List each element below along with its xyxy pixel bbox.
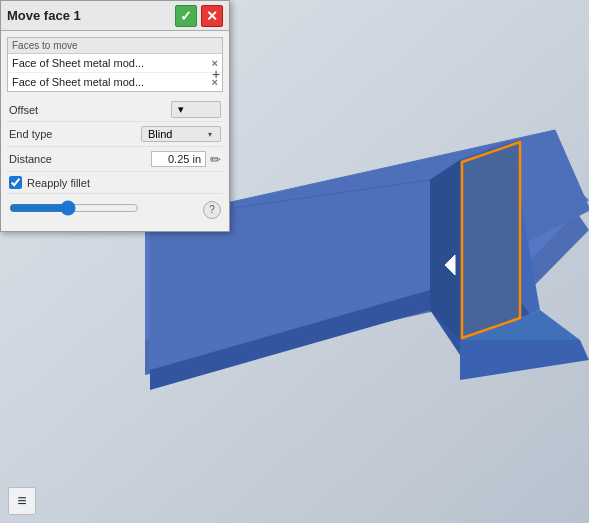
distance-value-container: 0.25 in ✏ <box>151 151 221 167</box>
offset-dropdown-arrow: ▾ <box>178 103 184 116</box>
add-icon: + <box>212 66 220 82</box>
distance-row: Distance 0.25 in ✏ <box>7 147 223 172</box>
slider[interactable] <box>9 200 139 216</box>
end-type-arrow: ▾ <box>208 130 212 139</box>
faces-section-label: Faces to move <box>8 38 222 54</box>
accept-button[interactable]: ✓ <box>175 5 197 27</box>
reapply-fillet-label: Reapply fillet <box>27 177 90 189</box>
face-item-2-text: Face of Sheet metal mod... <box>12 76 144 88</box>
help-button[interactable]: ? <box>203 201 221 219</box>
face-item-2[interactable]: Face of Sheet metal mod... × <box>8 73 222 91</box>
cancel-button[interactable]: ✕ <box>201 5 223 27</box>
offset-row: Offset ▾ <box>7 98 223 122</box>
reapply-fillet-checkbox[interactable] <box>9 176 22 189</box>
end-type-label: End type <box>9 128 141 140</box>
reapply-fillet-row: Reapply fillet <box>7 172 223 194</box>
add-face-button[interactable]: + <box>207 65 225 83</box>
face-item-1-text: Face of Sheet metal mod... <box>12 57 144 69</box>
distance-value[interactable]: 0.25 in <box>151 151 206 167</box>
end-type-dropdown[interactable]: Blind ▾ <box>141 126 221 142</box>
svg-marker-12 <box>462 142 520 338</box>
faces-to-move-section: Faces to move Face of Sheet metal mod...… <box>7 37 223 92</box>
slider-row: ? <box>7 194 223 223</box>
move-face-panel: Move face 1 ✓ ✕ Faces to move Face of Sh… <box>0 0 230 232</box>
panel-title: Move face 1 <box>7 8 81 23</box>
panel-header: Move face 1 ✓ ✕ <box>1 1 229 31</box>
panel-body: Faces to move Face of Sheet metal mod...… <box>1 31 229 231</box>
header-buttons: ✓ ✕ <box>175 5 223 27</box>
end-type-value: Blind <box>148 128 172 140</box>
svg-marker-9 <box>430 160 460 340</box>
end-type-value-container: Blind ▾ <box>141 126 221 142</box>
panel-icon-symbol: ≡ <box>17 492 26 510</box>
end-type-row: End type Blind ▾ <box>7 122 223 147</box>
offset-dropdown[interactable]: ▾ <box>171 101 221 118</box>
distance-label: Distance <box>9 153 151 165</box>
bottom-left-panel-icon[interactable]: ≡ <box>8 487 36 515</box>
face-item-1[interactable]: Face of Sheet metal mod... × <box>8 54 222 73</box>
slider-container <box>9 200 197 219</box>
pencil-icon[interactable]: ✏ <box>210 152 221 167</box>
offset-label: Offset <box>9 104 171 116</box>
